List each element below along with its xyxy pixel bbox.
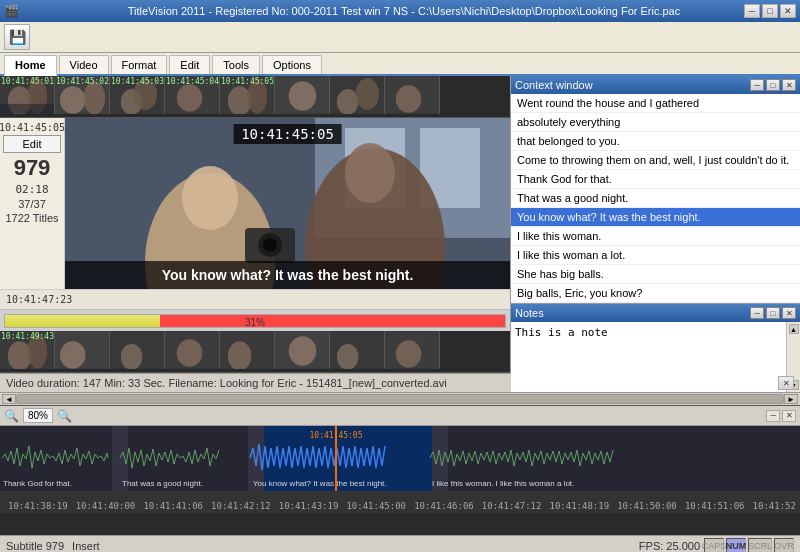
horizontal-scrollbar[interactable] (16, 394, 784, 404)
fps-display: FPS: 25.000 (639, 540, 700, 552)
subtitle-item-6[interactable]: You know what? It was the best night. (511, 208, 800, 227)
notes-textarea[interactable] (511, 322, 786, 392)
svg-point-19 (356, 78, 380, 109)
context-close[interactable]: ✕ (782, 79, 796, 91)
notes-title: Notes (515, 307, 544, 319)
notes-maximize[interactable]: □ (766, 307, 780, 319)
waveform-svg: Thank God for that. That was a good nigh… (0, 426, 800, 491)
subtitle-item-7[interactable]: I like this woman. (511, 227, 800, 246)
svg-point-6 (83, 81, 105, 114)
frame-ts-3: 10:41:45:03 (111, 77, 164, 86)
bottom-frame-3 (110, 331, 165, 369)
scroll-up[interactable]: ▲ (789, 324, 799, 334)
ruler-mark-12: 10:41:52 (753, 501, 796, 511)
svg-rect-3 (0, 104, 54, 114)
strip-frame-3: 10:41:45:03 (110, 76, 165, 114)
num-indicator: NUM (726, 538, 746, 553)
context-window: Context window ─ □ ✕ Went round the hous… (511, 76, 800, 304)
bottom-frame-7 (330, 331, 385, 369)
svg-point-40 (121, 344, 143, 369)
context-maximize[interactable]: □ (766, 79, 780, 91)
frame-ts-4: 10:41:45:04 (166, 77, 219, 86)
frame-ts-1: 10:41:45:01 (1, 77, 54, 86)
audio-minimize[interactable]: ─ (766, 410, 780, 422)
zoom-level[interactable]: 80% (23, 408, 53, 423)
left-panel: 10:41:45:01 10:41:45:02 10:41:45:03 10:4… (0, 76, 510, 373)
context-minimize[interactable]: ─ (750, 79, 764, 91)
maximize-button[interactable]: □ (762, 4, 778, 18)
waveform-display: Thank God for that. That was a good nigh… (0, 426, 800, 491)
minimize-button[interactable]: ─ (744, 4, 760, 18)
progress-bar[interactable]: 31% (4, 314, 506, 328)
bottom-frame-4 (165, 331, 220, 369)
scroll-track: ◄ ► (0, 393, 800, 405)
tab-format[interactable]: Format (111, 55, 168, 74)
notes-minimize[interactable]: ─ (750, 307, 764, 319)
subtitle-item-1[interactable]: absolutely everything (511, 113, 800, 132)
svg-point-5 (60, 86, 86, 113)
svg-point-21 (396, 85, 422, 112)
video-frame[interactable]: 10:41:45:05 You know what? It was the be… (65, 118, 510, 289)
subtitle-item-9[interactable]: She has big balls. (511, 265, 800, 284)
subtitle-item-0[interactable]: Went round the house and I gathered (511, 94, 800, 113)
sub-count: 37/37 (18, 198, 46, 210)
edit-button[interactable]: Edit (3, 135, 61, 153)
ruler-mark-2: 10:41:40:00 (76, 501, 136, 511)
bottom-status: Subtitle 979 Insert FPS: 25.000 CAPS NUM… (0, 535, 800, 552)
strip-frame-2: 10:41:45:02 (55, 76, 110, 114)
edit-mode: Insert (72, 540, 100, 552)
top-timestamp: 10:41:45:05 (0, 122, 65, 133)
bottom-ts-1: 10:41:49:43 (1, 332, 54, 341)
save-button[interactable]: 💾 (4, 24, 30, 50)
tab-edit[interactable]: Edit (169, 55, 210, 74)
tab-home[interactable]: Home (4, 55, 57, 76)
ruler-mark-1: 10:41:38:19 (8, 501, 68, 511)
toolbar: 💾 (0, 22, 800, 53)
svg-text:10:41:45:05: 10:41:45:05 (310, 431, 363, 440)
audio-close[interactable]: ✕ (782, 410, 796, 422)
subtitle-item-5[interactable]: That was a good night. (511, 189, 800, 208)
svg-text:That was a good night.: That was a good night. (122, 479, 203, 488)
close-button[interactable]: ✕ (780, 4, 796, 18)
strip-frame-6 (275, 76, 330, 114)
progress-text: 31% (5, 317, 505, 328)
scroll-right[interactable]: ► (784, 394, 798, 404)
tab-tools[interactable]: Tools (212, 55, 260, 74)
status-close[interactable]: ✕ (778, 376, 794, 390)
ruler-mark-9: 10:41:48:19 (550, 501, 610, 511)
video-timestamp: 10:41:45:05 (233, 124, 342, 144)
subtitle-item-10[interactable]: Big balls, Eric, you know? (511, 284, 800, 303)
title-bar: 🎬 TitleVision 2011 - Registered No: 000-… (0, 0, 800, 22)
scroll-left[interactable]: ◄ (2, 394, 16, 404)
ruler-mark-7: 10:41:46:06 (414, 501, 474, 511)
subtitle-item-2[interactable]: that belonged to you. (511, 132, 800, 151)
ruler-mark-3: 10:41:41:06 (143, 501, 203, 511)
tab-options[interactable]: Options (262, 55, 322, 74)
audiograph-area: 🔍 80% 🔍 ─ ✕ (0, 405, 800, 535)
strip-frame-8 (385, 76, 440, 114)
subtitle-item-3[interactable]: Come to throwing them on and, well, I ju… (511, 151, 800, 170)
bottom-frame-8 (385, 331, 440, 369)
subtitle-item-8[interactable]: I like this woman a lot. (511, 246, 800, 265)
right-panel: Context window ─ □ ✕ Went round the hous… (510, 76, 800, 373)
strip-frame-4: 10:41:45:04 (165, 76, 220, 114)
menu-tabs: Home Video Format Edit Tools Options (0, 53, 800, 76)
notes-close[interactable]: ✕ (782, 307, 796, 319)
timeline-ruler: 10:41:38:19 10:41:40:00 10:41:41:06 10:4… (0, 491, 800, 513)
video-content: 10:41:45:05 You know what? It was the be… (65, 118, 510, 289)
bottom-frame-6 (275, 331, 330, 369)
subtitle-list: Went round the house and I gatheredabsol… (511, 94, 800, 303)
ruler-mark-8: 10:41:47:12 (482, 501, 542, 511)
frame-ts-5: 10:41:45:05 (221, 77, 274, 86)
bottom-frame-1: 10:41:49:43 (0, 331, 55, 369)
context-title: Context window (515, 79, 593, 91)
status-text: Video duration: 147 Min: 33 Sec. Filenam… (6, 377, 447, 389)
svg-point-18 (337, 89, 359, 114)
subtitle-item-4[interactable]: Thank God for that. (511, 170, 800, 189)
svg-point-11 (177, 84, 203, 111)
svg-text:Thank God for that.: Thank God for that. (3, 479, 72, 488)
timecode: 02:18 (15, 183, 48, 196)
tab-video[interactable]: Video (59, 55, 109, 74)
app-icon: 🎬 (4, 4, 19, 18)
ovr-indicator: OVR (774, 538, 794, 553)
